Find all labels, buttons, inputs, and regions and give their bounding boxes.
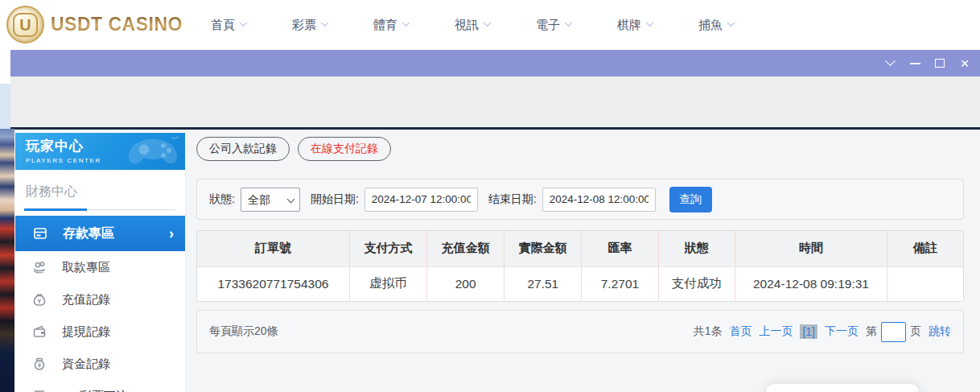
nav-item-lottery[interactable]: 彩票 [292,18,327,33]
sidebar-item-fund-records[interactable]: 資金記錄 [14,348,185,380]
col-payment-method: 支付方式 [349,231,426,266]
coin-purse-icon [32,357,47,371]
players-center-title: 玩家中心 [26,137,185,155]
cell-remark [887,266,963,301]
tab-company-deposit-records[interactable]: 公司入款記錄 [196,137,290,161]
start-date-input[interactable] [364,188,478,212]
maximize-icon [935,59,945,68]
pagination-controls: 共1条 首页 上一页 [1] 下一页 第 页 跳转 [694,322,951,342]
wallet-icon [32,324,47,339]
page-size-text: 每頁顯示20條 [209,324,278,339]
money-bag-icon [32,292,47,307]
window-minimize-button[interactable] [909,58,920,69]
nav-item-boardgames[interactable]: 棋牌 [617,18,653,33]
document-list-icon [32,389,47,392]
nav-item-slots[interactable]: 電子 [536,18,571,33]
window-collapse-button[interactable] [884,58,896,69]
sidebar-item-hh-lottery-bets[interactable]: HH彩票下注 [14,380,185,392]
sidebar-item-withdraw-zone[interactable]: 取款專區 [14,251,185,283]
page-jump-input[interactable] [881,322,906,342]
nav-item-fishing[interactable]: 捕魚 [698,18,734,33]
cell-actual-amount: 27.51 [504,266,582,301]
filter-bar: 狀態: 全部 開始日期: 结束日期: 查詢 [196,179,964,220]
section-underline [24,209,175,210]
cell-order-number: 1733620771754306 [197,266,349,301]
col-recharge-amount: 充值金額 [427,231,504,266]
nav-label: 電子 [536,18,560,33]
sidebar-item-label: HH彩票下注 [62,389,174,392]
site-header: U USDT CASINO 首頁 彩票 體育 視訊 電子 棋牌 捕魚 [0,0,980,50]
tab-online-payment-records[interactable]: 在線支付記錄 [298,137,391,161]
nav-item-sports[interactable]: 體育 [373,18,409,33]
brand-name: USDT CASINO [51,14,183,35]
background-players-image [0,129,14,392]
total-count-text: 共1条 [694,324,723,339]
sidebar-menu: 存款專區 › 取款專區 充值記錄 提現記錄 [14,216,185,392]
main-content: 公司入款記錄 在線支付記錄 狀態: 全部 開始日期: 结束日期: 查詢 [196,130,964,353]
pagination-jump-link[interactable]: 跳转 [929,324,951,339]
status-select[interactable]: 全部 [241,188,300,212]
minimize-icon [910,63,920,64]
page-jump-group: 第 页 [866,322,921,342]
end-date-input[interactable] [542,188,656,212]
col-status: 狀態 [658,231,735,266]
records-table: 訂單號 支付方式 充值金額 實際金額 匯率 狀態 時間 備註 173362077… [196,230,964,302]
col-order-number: 訂單號 [197,231,349,266]
chevron-down-icon [565,19,573,27]
pagination-prev-link[interactable]: 上一页 [759,324,793,339]
sidebar: 玩家中心 PLAYERS CENTER 財務中心 存款專區 › 取款專區 [14,130,185,392]
cell-payment-method: 虚拟币 [349,266,426,301]
banner-edge [0,84,11,129]
window-maximize-button[interactable] [934,58,945,69]
record-tabs: 公司入款記錄 在線支付記錄 [196,137,964,161]
chevron-down-icon [240,19,248,27]
window-top-area [10,76,980,127]
hand-coins-icon [32,260,47,274]
sidebar-item-label: 充值記錄 [62,292,174,307]
end-date-label: 结束日期: [488,192,537,207]
chevron-down-icon [402,19,410,27]
nav-item-live[interactable]: 視訊 [455,18,490,33]
nav-label: 棋牌 [617,18,641,33]
window-controls: × [884,50,970,76]
floating-widget[interactable] [766,384,919,392]
nav-label: 彩票 [292,18,316,33]
players-center-header: 玩家中心 PLAYERS CENTER [15,133,185,170]
pagination-first-link[interactable]: 首页 [729,324,751,339]
jump-label-pre: 第 [866,324,877,339]
search-button[interactable]: 查詢 [669,187,712,213]
chevron-down-icon [727,19,735,27]
col-actual-amount: 實際金額 [504,231,582,266]
coin-letter: U [13,13,37,37]
players-center-subtitle: PLAYERS CENTER [26,157,185,164]
sidebar-item-withdrawal-records[interactable]: 提現記錄 [14,316,185,348]
table-header-row: 訂單號 支付方式 充值金額 實際金額 匯率 狀態 時間 備註 [197,231,963,266]
finance-section-title: 財務中心 [26,184,185,200]
sidebar-item-deposit-zone[interactable]: 存款專區 › [15,216,185,251]
window-titlebar: × [10,50,980,76]
window-close-button[interactable]: × [959,58,970,69]
nav-label: 體育 [373,18,397,33]
gold-coin-icon: U [6,6,44,43]
chevron-right-icon: › [169,225,174,242]
nav-label: 捕魚 [698,18,723,33]
sidebar-item-label: 取款專區 [62,260,174,275]
sidebar-item-label: 存款專區 [63,225,154,242]
nav-label: 首頁 [211,18,235,33]
screen: U USDT CASINO 首頁 彩票 體育 視訊 電子 棋牌 捕魚 × [0,0,980,392]
chevron-down-icon [321,19,329,27]
status-select-wrap: 全部 [241,188,300,212]
nav-item-home[interactable]: 首頁 [211,18,246,33]
pagination-next-link[interactable]: 下一页 [825,324,859,339]
brand-logo[interactable]: U USDT CASINO [6,6,183,43]
pagination-bar: 每頁顯示20條 共1条 首页 上一页 [1] 下一页 第 页 跳转 [196,310,964,353]
nav-label: 視訊 [455,18,479,33]
status-label: 狀態: [209,192,235,207]
cell-exchange-rate: 7.2701 [582,266,658,301]
main-nav: 首頁 彩票 體育 視訊 電子 棋牌 捕魚 [211,0,734,50]
chevron-down-icon [885,56,896,66]
start-date-label: 開始日期: [311,192,359,207]
sidebar-item-recharge-records[interactable]: 充值記錄 [14,283,185,316]
pagination-current-page[interactable]: [1] [800,324,817,339]
table-row: 1733620771754306 虚拟币 200 27.51 7.2701 支付… [197,266,963,301]
